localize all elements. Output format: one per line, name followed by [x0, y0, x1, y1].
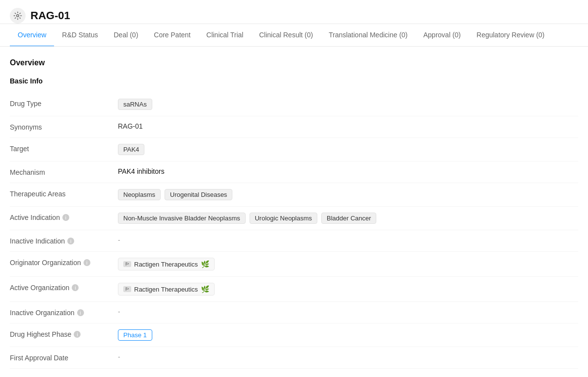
active-org-value: 🏳 Ractigen Therapeutics 🌿	[118, 283, 578, 296]
synonyms-label: Synonyms	[10, 122, 118, 131]
target-row: Target PAK4	[10, 138, 578, 162]
tab-regulatory-review[interactable]: Regulatory Review (0)	[469, 24, 553, 47]
section-title: Basic Info	[10, 77, 578, 85]
drug-type-value: saRNAs	[118, 99, 578, 110]
mechanism-value: PAK4 inhibitors	[118, 167, 578, 175]
drug-highest-phase-label: Drug Highest Phase i	[10, 329, 118, 338]
therapeutic-area-tag-0: Neoplasms	[118, 189, 161, 200]
target-label: Target	[10, 144, 118, 153]
drug-highest-phase-info-icon[interactable]: i	[74, 331, 81, 338]
drug-highest-phase-row: Drug Highest Phase i Phase 1	[10, 323, 578, 347]
active-org-leaf-icon: 🌿	[201, 285, 209, 293]
active-org-label: Active Organization i	[10, 283, 118, 292]
first-approval-date-value: -	[118, 353, 578, 361]
therapeutic-areas-value: Neoplasms Urogenital Diseases	[118, 189, 578, 200]
originator-org-name: Ractigen Therapeutics	[134, 261, 198, 268]
inactive-org-info-icon[interactable]: i	[77, 309, 84, 316]
originator-org-info-icon[interactable]: i	[84, 259, 90, 266]
drug-type-row: Drug Type saRNAs	[10, 93, 578, 116]
therapeutic-areas-label: Therapeutic Areas	[10, 189, 118, 198]
tab-overview[interactable]: Overview	[10, 24, 54, 47]
drug-type-tag: saRNAs	[118, 99, 152, 110]
inactive-org-dash: -	[118, 308, 120, 316]
mechanism-row: Mechanism PAK4 inhibitors	[10, 162, 578, 183]
active-org-flag-icon: 🏳	[123, 286, 131, 292]
active-org-name: Ractigen Therapeutics	[134, 286, 198, 293]
originator-org-flag-icon: 🏳	[123, 261, 131, 267]
active-indication-label: Active Indication i	[10, 213, 118, 221]
inactive-org-value: -	[118, 308, 578, 316]
target-tag: PAK4	[118, 144, 144, 155]
active-indication-tag-0: Non-Muscle Invasive Bladder Neoplasms	[118, 213, 246, 224]
inactive-indication-value: -	[118, 236, 578, 244]
drug-title: RAG-01	[30, 9, 70, 22]
page-title: Overview	[10, 58, 578, 67]
nav-tabs: Overview R&D Status Deal (0) Core Patent…	[0, 24, 588, 47]
active-org-info-icon[interactable]: i	[72, 284, 79, 291]
originator-org-leaf-icon: 🌿	[201, 260, 209, 268]
inactive-indication-row: Inactive Indication i -	[10, 230, 578, 252]
drug-icon	[10, 8, 26, 24]
active-indication-tag-2: Bladder Cancer	[321, 213, 376, 224]
synonyms-text: RAG-01	[118, 122, 143, 130]
originator-org-row: Originator Organization i 🏳 Ractigen The…	[10, 252, 578, 277]
synonyms-value: RAG-01	[118, 122, 578, 130]
inactive-org-label: Inactive Organization i	[10, 308, 118, 317]
drug-type-label: Drug Type	[10, 99, 118, 108]
drug-highest-phase-tag: Phase 1	[118, 329, 152, 341]
tab-core-patent[interactable]: Core Patent	[146, 24, 198, 47]
originator-org-label: Originator Organization i	[10, 258, 118, 267]
drug-highest-phase-value: Phase 1	[118, 329, 578, 341]
active-org-tag: 🏳 Ractigen Therapeutics 🌿	[118, 283, 215, 296]
header: RAG-01	[0, 0, 588, 24]
active-indication-value: Non-Muscle Invasive Bladder Neoplasms Ur…	[118, 213, 578, 224]
tab-deal[interactable]: Deal (0)	[106, 24, 146, 47]
active-indication-info-icon[interactable]: i	[62, 214, 69, 221]
first-approval-date-label: First Approval Date	[10, 353, 118, 362]
therapeutic-area-tag-1: Urogenital Diseases	[165, 189, 232, 200]
first-approval-date-row: First Approval Date -	[10, 347, 578, 369]
originator-org-tag: 🏳 Ractigen Therapeutics 🌿	[118, 258, 215, 270]
svg-point-0	[17, 15, 19, 17]
inactive-indication-info-icon[interactable]: i	[67, 238, 74, 244]
first-approval-date-dash: -	[118, 353, 120, 361]
originator-org-value: 🏳 Ractigen Therapeutics 🌿	[118, 258, 578, 270]
tab-clinical-trial[interactable]: Clinical Trial	[198, 24, 251, 47]
inactive-indication-label: Inactive Indication i	[10, 236, 118, 245]
mechanism-text: PAK4 inhibitors	[118, 167, 165, 175]
active-org-row: Active Organization i 🏳 Ractigen Therape…	[10, 277, 578, 302]
inactive-indication-dash: -	[118, 236, 120, 244]
tab-translational-medicine[interactable]: Translational Medicine (0)	[321, 24, 416, 47]
active-indication-tag-1: Urologic Neoplasms	[250, 213, 317, 224]
synonyms-row: Synonyms RAG-01	[10, 116, 578, 138]
target-value: PAK4	[118, 144, 578, 155]
mechanism-label: Mechanism	[10, 167, 118, 176]
tab-approval[interactable]: Approval (0)	[416, 24, 469, 47]
tab-rnd-status[interactable]: R&D Status	[54, 24, 106, 47]
inactive-org-row: Inactive Organization i -	[10, 302, 578, 323]
active-indication-row: Active Indication i Non-Muscle Invasive …	[10, 207, 578, 230]
content-area: Overview Basic Info Drug Type saRNAs Syn…	[0, 47, 588, 377]
tab-clinical-result[interactable]: Clinical Result (0)	[251, 24, 321, 47]
therapeutic-areas-row: Therapeutic Areas Neoplasms Urogenital D…	[10, 183, 578, 207]
